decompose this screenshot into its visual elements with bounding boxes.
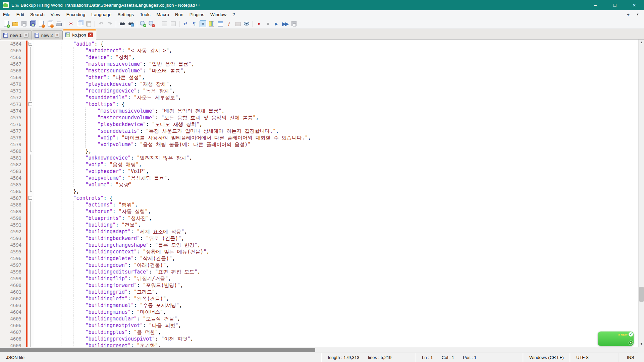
status-insert-mode[interactable]: INS [619, 353, 644, 362]
code-line[interactable]: 4604 "buildingminus": "마이너스", [0, 309, 638, 315]
menu-item-run[interactable]: Run [172, 11, 186, 18]
folder-as-workspace-icon[interactable] [234, 20, 241, 27]
code-line[interactable]: 4593 "buildingbackward": "뒤로 (건물)", [0, 235, 638, 242]
fold-margin[interactable] [28, 168, 34, 175]
run-macro-multiple-icon[interactable]: ▶▶ [282, 20, 288, 27]
menu-item-tools[interactable]: Tools [137, 11, 154, 18]
code-line[interactable]: 4577 "sounddetails": "특정 사운드가 얼마나 상세해야 하… [0, 128, 638, 134]
new-file-icon[interactable] [3, 20, 10, 27]
code-line[interactable]: 4608 "buildingpreviouspivot": "이전 피벗", [0, 336, 638, 342]
menu-item-view[interactable]: View [48, 11, 63, 18]
undo-icon[interactable]: ↶ [98, 20, 104, 27]
fold-margin[interactable] [28, 114, 34, 121]
record-macro-icon[interactable]: ● [256, 20, 262, 27]
code-line[interactable]: 4601 "buildinggrid": "그리드", [0, 289, 638, 295]
code-line[interactable]: 4594 "buildingchangeshape": "블록 모양 변경", [0, 242, 638, 248]
code-line[interactable]: 4581 "unknowndevice": "알려지지 않은 장치", [0, 155, 638, 161]
cut-icon[interactable]: ✂ [68, 20, 74, 27]
fold-margin[interactable] [28, 87, 34, 94]
fold-margin[interactable] [28, 235, 34, 242]
close-file-icon[interactable] [38, 20, 45, 27]
menu-item-plugins[interactable]: Plugins [186, 11, 207, 18]
open-file-icon[interactable] [12, 20, 18, 27]
fold-margin[interactable] [28, 181, 34, 188]
copy-icon[interactable] [76, 20, 83, 27]
fold-margin[interactable] [28, 94, 34, 101]
scroll-down-icon[interactable]: ▼ [639, 341, 644, 347]
fold-collapse-icon[interactable]: − [29, 196, 32, 200]
tab-ko.json[interactable]: ko.json × [63, 29, 96, 40]
tab-new-1[interactable]: new 1 × [1, 31, 32, 40]
document-map-icon[interactable] [208, 20, 215, 27]
minimize-button[interactable]: – [586, 0, 605, 10]
code-line[interactable]: 4595 "buildingcontext": "상황에 맞는 메뉴(건물)", [0, 248, 638, 255]
code-line[interactable]: 4574 "mastermusicvolume": "배경 음악의 전체 볼륨"… [0, 108, 638, 114]
fold-margin[interactable] [28, 175, 34, 181]
document-list-icon[interactable] [217, 20, 224, 27]
code-line[interactable]: 4573 − "tooltips": { [0, 101, 638, 108]
menu-item-settings[interactable]: Settings [114, 11, 137, 18]
status-encoding[interactable]: UTF-8 [570, 353, 619, 362]
fold-margin[interactable] [28, 81, 34, 87]
code-line[interactable]: 4588 "actions": "행위", [0, 201, 638, 208]
fold-margin[interactable] [28, 342, 34, 347]
fold-margin[interactable] [28, 161, 34, 168]
play-macro-icon[interactable]: ▶ [273, 20, 280, 27]
vertical-scrollbar[interactable]: ▲ ▼ [638, 40, 644, 347]
fold-margin[interactable] [28, 228, 34, 235]
fold-margin[interactable] [28, 242, 34, 248]
fold-margin[interactable]: − [28, 101, 34, 108]
fold-margin[interactable] [28, 141, 34, 148]
code-line[interactable]: 4590 "blueprints": "청사진", [0, 215, 638, 222]
print-icon[interactable] [55, 20, 62, 27]
notification-overlay[interactable]: 5 NEW ✓ ▼ [598, 331, 634, 346]
fold-margin[interactable]: − [28, 41, 34, 47]
code-line[interactable]: 4571 "recordingdevice": "녹음 장치", [0, 87, 638, 94]
menu-item-search[interactable]: Search [27, 11, 48, 18]
menu-item-file[interactable]: File [0, 11, 13, 18]
code-line[interactable]: 4586 }, [0, 188, 638, 195]
tab-close-icon[interactable]: × [24, 33, 29, 38]
save-icon[interactable] [20, 20, 27, 27]
fold-margin[interactable] [28, 188, 34, 195]
code-line[interactable]: 4591 "building": "건물", [0, 222, 638, 228]
code-line[interactable]: 4575 "mastersoundvolume": "모든 음향 효과 및 음악… [0, 114, 638, 121]
code-line[interactable]: 4592 "buildingadapt": "세계 요소에 적응", [0, 228, 638, 235]
fold-margin[interactable] [28, 289, 34, 295]
new-tab-button[interactable]: + [625, 12, 632, 17]
fold-margin[interactable] [28, 322, 34, 329]
code-line[interactable]: 4606 "buildingnextpivot": "다음 피벗", [0, 322, 638, 329]
fold-margin[interactable] [28, 67, 34, 74]
code-line[interactable]: 4605 "buildingmodular": "모듈식 건물", [0, 315, 638, 322]
code-line[interactable]: 4567 "mastermusicvolume": "일반 음악 볼륨", [0, 61, 638, 67]
code-line[interactable]: 4576 "playbackdevice": "오디오 재생 장치", [0, 121, 638, 128]
fold-margin[interactable] [28, 282, 34, 289]
fold-margin[interactable] [28, 121, 34, 128]
tab-close-icon[interactable]: × [88, 33, 93, 37]
code-pane[interactable]: 4564 − "audio": { 4565 "autodetect": "< … [0, 40, 638, 347]
redo-icon[interactable]: ↷ [106, 20, 113, 27]
vertical-scroll-thumb[interactable] [639, 287, 644, 302]
zoom-out-icon[interactable] [149, 20, 155, 27]
fold-margin[interactable] [28, 54, 34, 61]
code-line[interactable]: 4566 "device": "장치", [0, 54, 638, 61]
fold-margin[interactable] [28, 148, 34, 155]
maximize-button[interactable]: □ [605, 0, 625, 10]
code-line[interactable]: 4603 "buildingmanual": "수동 포지셔닝", [0, 302, 638, 309]
replace-icon[interactable] [127, 20, 134, 27]
code-line[interactable]: 4579 "voipvolume": "음성 채팅 볼륨(예: 다른 플레이어의… [0, 141, 638, 148]
function-list-icon[interactable]: ƒ [226, 20, 232, 27]
code-line[interactable]: 4598 "buildingeditsurface": "표면 편집 모드", [0, 268, 638, 275]
stop-macro-icon[interactable]: ■ [264, 20, 271, 27]
code-line[interactable]: 4582 "voip": "음성 채팅", [0, 161, 638, 168]
fold-margin[interactable] [28, 208, 34, 215]
status-eol-format[interactable]: Windows (CR LF) [523, 353, 570, 362]
save-macro-icon[interactable] [290, 20, 297, 27]
scroll-up-icon[interactable]: ▲ [639, 40, 644, 45]
code-line[interactable]: 4596 "buildingdelete": "삭제(건물)", [0, 255, 638, 262]
fold-collapse-icon[interactable]: − [29, 42, 32, 46]
fold-margin[interactable] [28, 262, 34, 268]
code-line[interactable]: 4597 "buildingdown": "아래(건물)", [0, 262, 638, 268]
code-line[interactable]: 4609 "buildingreset": "초기화", [0, 342, 638, 347]
sync-horizontal-icon[interactable] [170, 20, 176, 27]
